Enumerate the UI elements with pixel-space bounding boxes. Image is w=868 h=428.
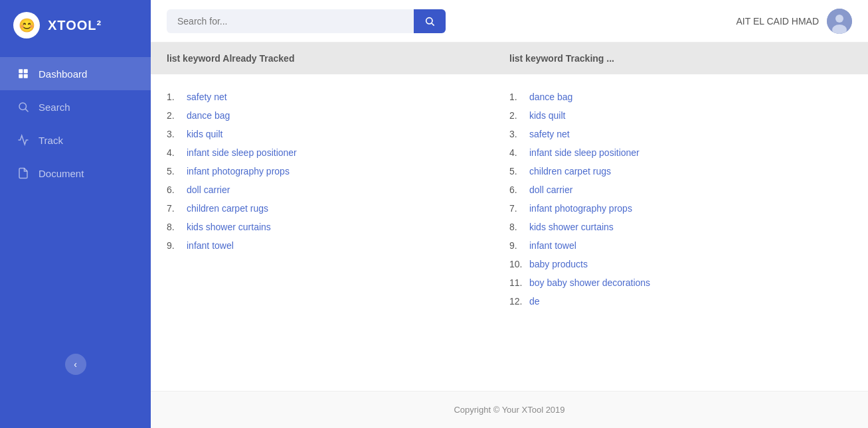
search-button-icon (424, 16, 435, 27)
svg-point-9 (835, 15, 843, 23)
already-tracked-item: 2.dance bag (167, 106, 496, 125)
list-num: 12. (509, 296, 525, 307)
list-num: 8. (509, 222, 525, 232)
list-num: 5. (509, 166, 525, 177)
already-tracked-item: 4.infant side sleep positioner (167, 143, 496, 162)
keyword-link[interactable]: infant side sleep positioner (187, 147, 297, 158)
keyword-link[interactable]: infant side sleep positioner (529, 147, 640, 158)
content: list keyword Already Tracked list keywor… (151, 42, 868, 391)
tracking-item: 4.infant side sleep positioner (509, 143, 839, 162)
track-icon (16, 133, 31, 147)
list-num: 10. (509, 259, 525, 269)
svg-point-4 (19, 103, 27, 110)
keyword-link[interactable]: kids shower curtains (529, 222, 614, 232)
tracking-item: 8.kids shower curtains (509, 218, 839, 236)
sidebar-logo: 😊 XTOOL² (0, 0, 151, 50)
svg-rect-3 (24, 74, 28, 78)
logo-icon: 😊 (13, 12, 40, 38)
tracking-item: 2.kids quilt (509, 106, 839, 125)
keyword-link[interactable]: children carpet rugs (529, 166, 611, 177)
main-content: AIT EL CAID HMAD list keyword Already Tr… (151, 0, 868, 428)
document-icon (16, 166, 31, 180)
sidebar-item-document[interactable]: Document (0, 157, 151, 190)
tracking-item: 7.infant photography props (509, 199, 839, 218)
avatar-image (827, 9, 852, 34)
keyword-link[interactable]: dance bag (529, 92, 572, 102)
list-num: 7. (167, 203, 183, 214)
keyword-link[interactable]: de (529, 296, 540, 307)
keyword-link[interactable]: infant photography props (529, 203, 632, 214)
keyword-link[interactable]: boy baby shower decorations (529, 277, 650, 288)
sidebar-item-search-label: Search (39, 102, 70, 113)
tracking-item: 11.boy baby shower decorations (509, 273, 839, 292)
keyword-link[interactable]: safety net (529, 129, 570, 139)
tracking-item: 9.infant towel (509, 236, 839, 255)
tracking-item: 5.children carpet rugs (509, 162, 839, 180)
svg-rect-2 (19, 74, 23, 78)
list-num: 6. (167, 184, 183, 195)
search-container (167, 9, 446, 33)
list-num: 9. (509, 240, 525, 251)
svg-rect-0 (19, 69, 23, 73)
sidebar-collapse-button[interactable]: ‹ (65, 354, 86, 375)
already-tracked-ol: 1.safety net2.dance bag3.kids quilt4.inf… (167, 88, 496, 255)
keyword-link[interactable]: doll carrier (187, 184, 230, 195)
keyword-link[interactable]: infant photography props (187, 166, 290, 177)
already-tracked-item: 5.infant photography props (167, 162, 496, 180)
tracking-title: list keyword Tracking ... (509, 53, 852, 64)
list-num: 3. (509, 129, 525, 139)
tracking-ol: 1.dance bag2.kids quilt3.safety net4.inf… (509, 88, 839, 311)
sidebar-item-dashboard-label: Dashboard (39, 68, 87, 80)
footer: Copyright © Your XTool 2019 (151, 391, 868, 428)
keyword-link[interactable]: baby products (529, 259, 588, 269)
list-num: 8. (167, 222, 183, 232)
sidebar-item-search[interactable]: Search (0, 90, 151, 123)
svg-point-6 (426, 17, 432, 23)
already-tracked-item: 7.children carpet rugs (167, 199, 496, 218)
user-avatar[interactable] (827, 9, 852, 34)
svg-line-5 (25, 109, 28, 111)
list-num: 1. (509, 92, 525, 102)
search-input[interactable] (167, 9, 414, 33)
keyword-link[interactable]: kids quilt (187, 129, 222, 139)
keyword-link[interactable]: kids shower curtains (187, 222, 271, 232)
list-num: 2. (509, 110, 525, 121)
list-num: 3. (167, 129, 183, 139)
tracking-item: 12.de (509, 292, 839, 311)
already-tracked-title: list keyword Already Tracked (167, 53, 509, 64)
tracking-item: 6.doll carrier (509, 180, 839, 199)
list-num: 1. (167, 92, 183, 102)
tracking-list: 1.dance bag2.kids quilt3.safety net4.inf… (509, 88, 852, 311)
svg-line-7 (432, 23, 434, 26)
sidebar-item-track-label: Track (39, 135, 63, 146)
keyword-link[interactable]: safety net (187, 92, 227, 102)
tracking-item: 10.baby products (509, 255, 839, 273)
keyword-link[interactable]: kids quilt (529, 110, 565, 121)
svg-rect-1 (24, 69, 28, 73)
section-header: list keyword Already Tracked list keywor… (151, 42, 868, 74)
list-num: 9. (167, 240, 183, 251)
sidebar-nav: Dashboard Search Track (0, 50, 151, 196)
list-num: 6. (509, 184, 525, 195)
sidebar-item-dashboard[interactable]: Dashboard (0, 57, 151, 90)
sidebar-item-document-label: Document (39, 168, 84, 179)
lists-container: 1.safety net2.dance bag3.kids quilt4.inf… (151, 74, 868, 324)
already-tracked-item: 8.kids shower curtains (167, 218, 496, 236)
already-tracked-item: 1.safety net (167, 88, 496, 106)
user-name: AIT EL CAID HMAD (737, 16, 819, 27)
search-button[interactable] (414, 9, 446, 33)
list-num: 7. (509, 203, 525, 214)
keyword-link[interactable]: dance bag (187, 110, 230, 121)
sidebar-item-track[interactable]: Track (0, 123, 151, 157)
list-num: 4. (509, 147, 525, 158)
keyword-link[interactable]: infant towel (529, 240, 576, 251)
already-tracked-item: 3.kids quilt (167, 125, 496, 143)
keyword-link[interactable]: doll carrier (529, 184, 572, 195)
tracking-item: 1.dance bag (509, 88, 839, 106)
already-tracked-list: 1.safety net2.dance bag3.kids quilt4.inf… (167, 88, 509, 311)
already-tracked-item: 6.doll carrier (167, 180, 496, 199)
tracking-item: 3.safety net (509, 125, 839, 143)
keyword-link[interactable]: children carpet rugs (187, 203, 268, 214)
keyword-link[interactable]: infant towel (187, 240, 234, 251)
list-num: 4. (167, 147, 183, 158)
